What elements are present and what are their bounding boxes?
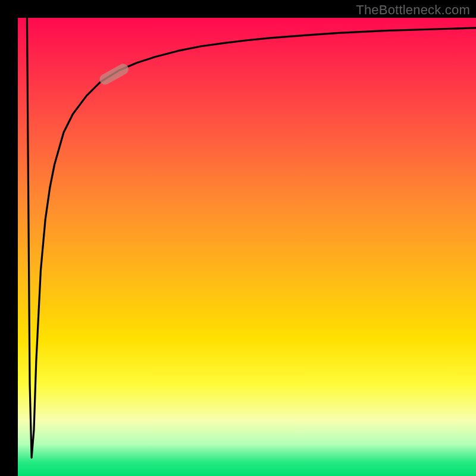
attribution-label: TheBottleneck.com bbox=[356, 2, 470, 18]
plot-area bbox=[18, 18, 476, 476]
chart-canvas: TheBottleneck.com bbox=[0, 0, 476, 476]
curve-layer bbox=[18, 18, 476, 476]
curve-highlight-marker bbox=[98, 62, 130, 87]
bottleneck-curve bbox=[27, 18, 476, 458]
